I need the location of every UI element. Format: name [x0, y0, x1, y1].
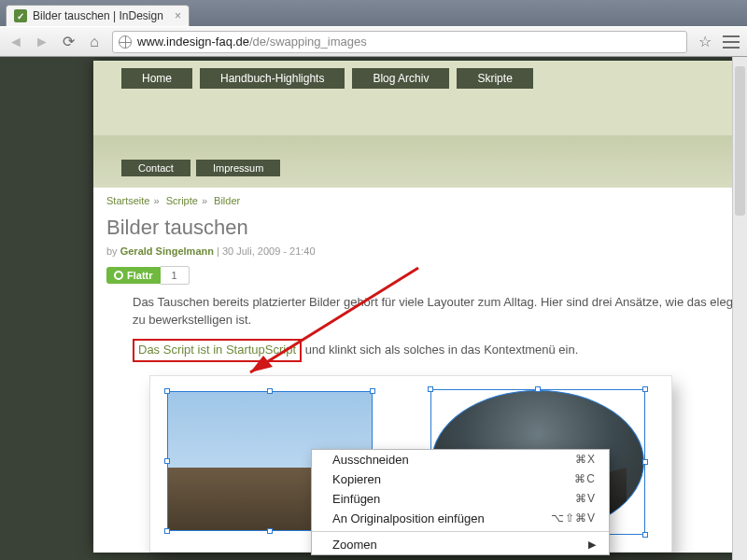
forward-button[interactable]: ► — [34, 34, 50, 50]
ctx-pasteo-label: An Originalposition einfügen — [332, 511, 485, 525]
para-2-rest: und klinkt sich als solches in das Konte… — [302, 343, 578, 357]
flattr-button[interactable]: Flattr — [106, 267, 161, 284]
article-body: Das Tauschen bereits platzierter Bilder … — [106, 294, 747, 553]
indesign-screenshot: Ausschneiden ⌘X Kopieren ⌘C Einfügen ⌘V — [149, 375, 672, 553]
breadcrumb: Startseite» Scripte» Bilder — [106, 195, 747, 206]
ctx-paste[interactable]: Einfügen ⌘V — [312, 489, 609, 509]
para-2: Das Script ist in StartupScript und klin… — [133, 339, 747, 362]
viewport: Home Handbuch-Highlights Blog Archiv Skr… — [0, 57, 747, 560]
favicon-icon: ✓ — [14, 9, 27, 22]
bookmark-button[interactable]: ☆ — [697, 34, 713, 50]
nav-contact[interactable]: Contact — [121, 160, 190, 176]
nav-blog[interactable]: Blog Archiv — [352, 68, 449, 89]
startup-script-highlight: Das Script ist in StartupScript — [133, 339, 302, 362]
chrome-menu-icon[interactable] — [723, 35, 740, 49]
ctx-cut[interactable]: Ausschneiden ⌘X — [312, 450, 609, 469]
nav-impressum[interactable]: Impressum — [196, 160, 280, 176]
flattr-count: 1 — [161, 266, 190, 285]
url-path: /de/swapping_images — [249, 35, 367, 49]
tab-strip: ✓ Bilder tauschen | InDesign × — [0, 0, 747, 26]
scrollbar-thumb[interactable] — [735, 66, 745, 216]
ctx-paste-label: Einfügen — [332, 492, 380, 506]
para-1: Das Tauschen bereits platzierter Bilder … — [133, 294, 747, 329]
crumb-scripte[interactable]: Scripte — [166, 195, 198, 206]
ctx-sep — [312, 531, 609, 532]
crumb-bilder[interactable]: Bilder — [214, 195, 240, 206]
ctx-paste-original[interactable]: An Originalposition einfügen ⌥⇧⌘V — [312, 509, 609, 528]
browser-tab[interactable]: ✓ Bilder tauschen | InDesign × — [6, 5, 190, 26]
crumb-start[interactable]: Startseite — [106, 195, 149, 206]
flattr-label: Flattr — [127, 270, 153, 281]
home-button[interactable]: ⌂ — [86, 34, 103, 50]
ctx-copy[interactable]: Kopieren ⌘C — [312, 469, 609, 489]
site-header: Home Handbuch-Highlights Blog Archiv Skr… — [93, 61, 747, 182]
ctx-pasteo-shortcut: ⌥⇧⌘V — [551, 511, 596, 525]
submenu-arrow-icon: ▶ — [588, 539, 596, 551]
author-link[interactable]: Gerald Singelmann — [120, 245, 214, 257]
ctx-zoom-label: Zoomen — [332, 538, 377, 552]
reload-button[interactable]: ⟳ — [60, 34, 77, 50]
primary-nav: Home Handbuch-Highlights Blog Archiv Skr… — [121, 68, 533, 89]
window-scrollbar[interactable] — [732, 57, 747, 560]
byline: by Gerald Singelmann | 30 Juli, 2009 - 2… — [106, 245, 747, 257]
nav-home[interactable]: Home — [121, 68, 192, 89]
nav-handbuch[interactable]: Handbuch-Highlights — [200, 68, 345, 89]
ctx-copy-label: Kopieren — [332, 472, 381, 486]
tab-title: Bilder tauschen | InDesign — [33, 9, 163, 22]
flattr-icon — [114, 271, 123, 280]
flattr: Flattr 1 — [106, 266, 747, 285]
url-domain: www.indesign-faq.de — [137, 35, 249, 49]
tab-close-icon[interactable]: × — [175, 9, 181, 22]
page-title: Bilder tauschen — [106, 216, 747, 240]
content: Startseite» Scripte» Bilder Bilder tausc… — [93, 182, 747, 553]
browser-toolbar: ◄ ► ⟳ ⌂ www.indesign-faq.de/de/swapping_… — [0, 26, 747, 56]
browser-chrome: ✓ Bilder tauschen | InDesign × ◄ ► ⟳ ⌂ w… — [0, 0, 747, 57]
nav-skripte[interactable]: Skripte — [457, 68, 532, 89]
by-prefix: by — [106, 245, 120, 257]
address-bar[interactable]: www.indesign-faq.de/de/swapping_images — [112, 31, 687, 53]
ctx-paste-shortcut: ⌘V — [575, 492, 596, 505]
back-button[interactable]: ◄ — [7, 34, 24, 50]
page: Home Handbuch-Highlights Blog Archiv Skr… — [93, 61, 747, 553]
post-date: 30 Juli, 2009 - 21:40 — [222, 245, 316, 257]
ctx-cut-label: Ausschneiden — [332, 453, 409, 467]
ctx-copy-shortcut: ⌘C — [574, 472, 596, 485]
ctx-zoom[interactable]: Zoomen ▶ — [312, 535, 609, 554]
context-menu: Ausschneiden ⌘X Kopieren ⌘C Einfügen ⌘V — [311, 449, 610, 555]
secondary-nav: Contact Impressum — [121, 160, 280, 176]
ctx-cut-shortcut: ⌘X — [575, 453, 596, 466]
globe-icon — [119, 35, 132, 49]
